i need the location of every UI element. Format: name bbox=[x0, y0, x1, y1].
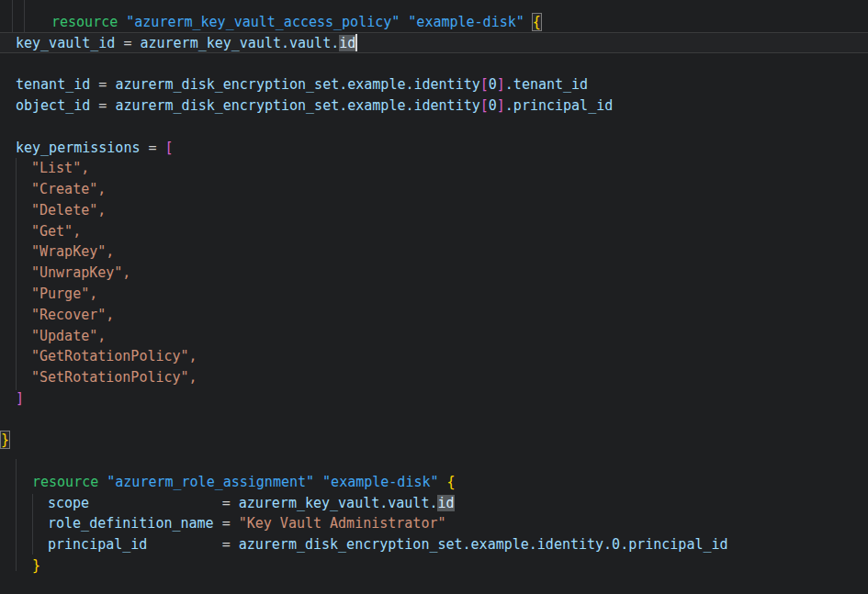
code-line[interactable]: } bbox=[1, 430, 9, 451]
code-line[interactable]: ] bbox=[16, 388, 24, 409]
token-resource-string: "azurerm_key_vault_access_policy" bbox=[126, 14, 400, 30]
code-area[interactable]: resource "azurerm_key_vault_access_polic… bbox=[0, 0, 868, 594]
token-punctuation: = bbox=[90, 97, 115, 114]
token-property: key_permissions bbox=[16, 140, 140, 156]
token-string: "Get", bbox=[31, 223, 81, 240]
token-property: azurerm_disk_encryption_set.example.iden… bbox=[115, 97, 479, 114]
token-property: role_definition_name bbox=[48, 515, 214, 532]
code-line[interactable]: "WrapKey", bbox=[31, 241, 114, 263]
token-string: "SetRotationPolicy", bbox=[31, 369, 197, 386]
token-punctuation bbox=[314, 474, 322, 490]
token-string: "Create", bbox=[31, 181, 106, 197]
token-property: .tenant_id bbox=[505, 76, 588, 93]
token-string: "Delete", bbox=[31, 202, 106, 219]
token-property: .principal_id bbox=[505, 97, 613, 114]
bracket-match: } bbox=[1, 431, 9, 448]
token-brace: { bbox=[447, 474, 456, 490]
token-punctuation: = bbox=[147, 536, 238, 553]
token-property: azurerm_key_vault.vault. bbox=[239, 495, 438, 511]
code-line[interactable]: resource "azurerm_role_assignment" "exam… bbox=[32, 472, 456, 493]
code-line[interactable]: "Recover", bbox=[31, 305, 114, 326]
token-punctuation: = bbox=[90, 76, 115, 93]
token-punctuation bbox=[439, 474, 447, 490]
code-line[interactable]: key_vault_id = azurerm_key_vault.vault.i… bbox=[16, 33, 357, 54]
token-string: "WrapKey", bbox=[31, 243, 114, 260]
token-brace: } bbox=[32, 557, 40, 574]
code-line[interactable]: "GetRotationPolicy", bbox=[31, 346, 197, 367]
code-line[interactable]: "UnwrapKey", bbox=[31, 263, 130, 284]
code-line[interactable]: "Create", bbox=[31, 179, 106, 200]
token-string: "List", bbox=[31, 160, 89, 176]
token-resource-string: "example-disk" bbox=[408, 14, 524, 30]
token-punctuation: = bbox=[140, 140, 164, 156]
code-line[interactable]: principal_id = azurerm_disk_encryption_s… bbox=[48, 534, 728, 555]
code-line[interactable]: "Purge", bbox=[31, 284, 97, 305]
token-punctuation: = bbox=[214, 515, 239, 532]
token-property: tenant_id bbox=[16, 76, 90, 93]
token-bracket: [ bbox=[165, 140, 174, 156]
code-line[interactable]: tenant_id = azurerm_disk_encryption_set.… bbox=[16, 74, 588, 95]
token-property: azurerm_key_vault.vault. bbox=[140, 35, 339, 51]
text-cursor bbox=[355, 34, 357, 51]
token-punctuation bbox=[118, 14, 126, 30]
token-string: "Recover", bbox=[31, 307, 114, 323]
token-property: object_id bbox=[16, 97, 90, 114]
code-line[interactable]: "Get", bbox=[31, 221, 81, 242]
token-punctuation: = bbox=[115, 35, 140, 51]
word-highlight: id bbox=[339, 35, 355, 51]
token-property: azurerm_disk_encryption_set.example.iden… bbox=[239, 536, 728, 553]
code-line[interactable]: "Delete", bbox=[31, 200, 106, 221]
code-line[interactable]: key_permissions = [ bbox=[16, 138, 174, 159]
token-property: scope bbox=[48, 495, 89, 511]
token-bracket: ] bbox=[16, 390, 24, 407]
token-string: "Update", bbox=[31, 328, 106, 344]
token-bracket: [ bbox=[480, 76, 489, 93]
token-string: "Purge", bbox=[31, 286, 97, 302]
token-bracket: ] bbox=[497, 97, 505, 114]
token-keyword: resource bbox=[51, 14, 118, 30]
word-highlight: id bbox=[437, 495, 454, 511]
token-string: "UnwrapKey", bbox=[31, 264, 130, 281]
code-line[interactable]: object_id = azurerm_disk_encryption_set.… bbox=[16, 95, 613, 117]
code-line[interactable]: "List", bbox=[31, 158, 89, 179]
token-string: "Key Vault Administrator" bbox=[239, 515, 446, 532]
code-editor[interactable]: resource "azurerm_key_vault_access_polic… bbox=[0, 0, 868, 594]
token-punctuation: = bbox=[89, 495, 239, 511]
code-line[interactable]: role_definition_name = "Key Vault Admini… bbox=[48, 513, 446, 534]
bracket-match: { bbox=[533, 14, 541, 30]
token-keyword: resource bbox=[32, 474, 98, 490]
token-property: azurerm_disk_encryption_set.example.iden… bbox=[115, 76, 479, 93]
token-resource-string: "example-disk" bbox=[322, 474, 438, 490]
code-line[interactable]: "SetRotationPolicy", bbox=[31, 367, 197, 388]
token-property: key_vault_id bbox=[16, 35, 115, 51]
code-line[interactable]: resource "azurerm_key_vault_access_polic… bbox=[51, 12, 541, 33]
token-bracket: [ bbox=[480, 97, 489, 114]
code-line[interactable]: } bbox=[32, 555, 40, 577]
token-number: 0 bbox=[489, 76, 497, 93]
token-resource-string: "azurerm_role_assignment" bbox=[107, 474, 314, 490]
token-property: principal_id bbox=[48, 536, 147, 553]
token-punctuation bbox=[98, 474, 107, 490]
token-string: "GetRotationPolicy", bbox=[31, 348, 197, 364]
code-line[interactable]: scope = azurerm_key_vault.vault.id bbox=[48, 493, 455, 514]
token-bracket: ] bbox=[497, 76, 505, 93]
code-line[interactable]: "Update", bbox=[31, 326, 106, 347]
token-punctuation bbox=[524, 14, 533, 30]
token-punctuation bbox=[400, 14, 408, 30]
token-number: 0 bbox=[489, 97, 497, 114]
